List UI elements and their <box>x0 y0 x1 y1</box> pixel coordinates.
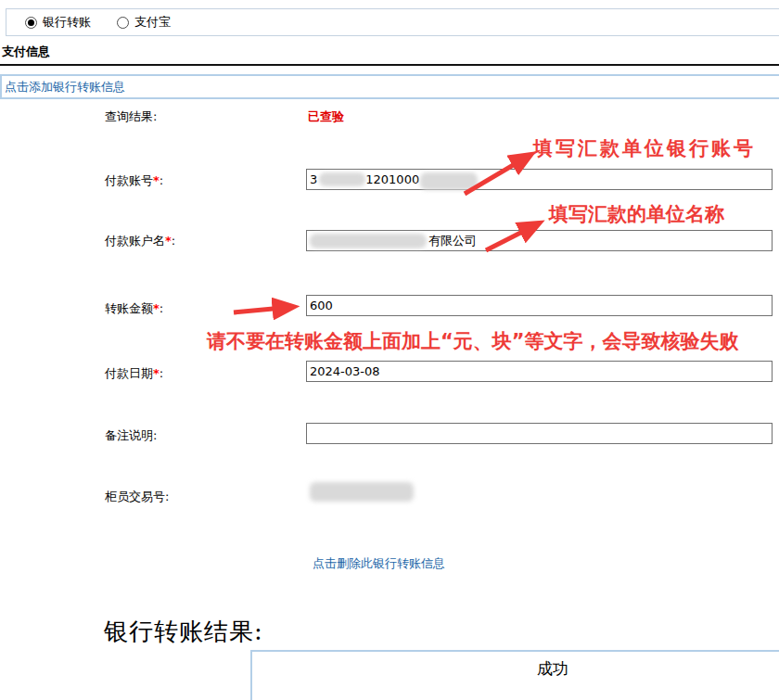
remark-input[interactable] <box>306 423 773 444</box>
teller-tx-label: 柜员交易号: <box>105 489 169 505</box>
account-annotation: 填写汇款单位银行账号 <box>533 135 756 161</box>
transfer-result-table: 成功 <box>250 650 779 700</box>
query-result-label: 查询结果: <box>105 108 157 125</box>
payer-account-input[interactable]: 3 1201000 <box>306 169 773 190</box>
redaction-blur <box>319 172 365 186</box>
amount-label: 转账金额*: <box>105 300 163 317</box>
amount-warning-annotation: 请不要在转账金额上面加上“元、块”等文字，会导致核验失败 <box>207 328 739 354</box>
remark-label: 备注说明: <box>105 427 157 444</box>
payer-name-label: 付款账户名*: <box>105 233 175 249</box>
payer-name-input[interactable]: 有限公司 <box>306 230 773 251</box>
amount-input[interactable] <box>306 295 773 316</box>
radio-alipay[interactable]: 支付宝 <box>117 14 171 31</box>
transfer-result-heading: 银行转账结果: <box>104 616 263 648</box>
payer-name-visible-suffix: 有限公司 <box>428 233 477 249</box>
teller-tx-redacted-value <box>310 482 414 502</box>
section-divider <box>0 64 779 66</box>
payment-method-bar: 银行转账 支付宝 <box>6 8 779 36</box>
pay-date-label: 付款日期*: <box>105 365 163 382</box>
redaction-blur <box>310 234 427 248</box>
radio-bank-transfer[interactable]: 银行转账 <box>25 14 91 31</box>
radio-unselected-icon[interactable] <box>117 17 129 29</box>
name-annotation: 填写汇款的单位名称 <box>549 201 724 227</box>
payer-account-label: 付款账号*: <box>105 172 163 189</box>
add-bank-transfer-box: 点击添加银行转账信息 <box>0 74 779 99</box>
query-result-value: 已查验 <box>308 108 344 125</box>
section-title: 支付信息 <box>2 44 50 60</box>
payer-account-visible-prefix: 3 <box>310 172 317 186</box>
delete-bank-transfer-link[interactable]: 点击删除此银行转账信息 <box>313 555 445 572</box>
add-bank-transfer-link[interactable]: 点击添加银行转账信息 <box>5 79 125 95</box>
transfer-result-status: 成功 <box>537 659 568 678</box>
redaction-blur <box>420 172 478 190</box>
radio-bank-transfer-label: 银行转账 <box>43 14 91 31</box>
payer-account-visible-mid: 1201000 <box>365 172 419 186</box>
amount-arrow-icon <box>234 307 293 312</box>
pay-date-input[interactable] <box>306 361 773 382</box>
radio-selected-icon[interactable] <box>25 17 37 29</box>
radio-alipay-label: 支付宝 <box>134 14 171 31</box>
